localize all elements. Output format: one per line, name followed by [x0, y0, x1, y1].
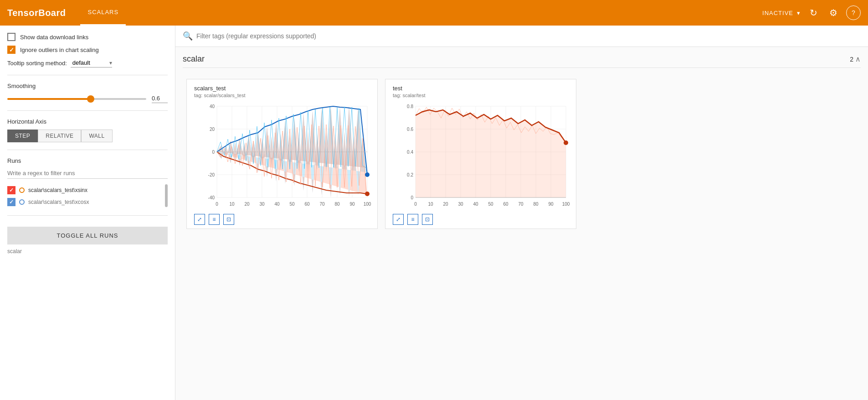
smoothing-label: Smoothing [7, 83, 168, 89]
svg-text:0: 0 [216, 202, 218, 207]
chart-scalars-test: scalars_test tag: scalar/scalars_test [186, 79, 378, 229]
svg-text:40: 40 [210, 104, 215, 109]
filter-bar: 🔍 [175, 26, 868, 47]
show-download-row[interactable]: Show data download links [7, 33, 168, 41]
runs-section: Runs ✓ scalar\scalars_test\xsinx ✓ scala… [7, 157, 168, 216]
refresh-icon[interactable]: ↻ [806, 5, 821, 20]
filter-tags-input[interactable] [196, 32, 861, 40]
chart-1-expand-icon[interactable]: ⤢ [194, 214, 205, 225]
chart-2-title: test [393, 85, 569, 92]
header: TensorBoard SCALARS INACTIVE ▾ ↻ ⚙ ? [0, 0, 868, 26]
scalar-section-title: scalar [183, 54, 205, 64]
toggle-all-runs-button[interactable]: TOGGLE ALL RUNS [7, 227, 168, 244]
run-check-icon-1: ✓ [9, 187, 14, 193]
smoothing-value: 0.6 [152, 95, 168, 103]
charts-grid: scalars_test tag: scalar/scalars_test [183, 68, 861, 240]
run-checkbox-1[interactable]: ✓ [7, 186, 15, 194]
svg-text:80: 80 [334, 202, 340, 207]
svg-text:20: 20 [443, 202, 448, 207]
svg-text:0: 0 [414, 202, 417, 207]
svg-text:0.8: 0.8 [407, 104, 413, 109]
slider-row: 0.6 [7, 95, 168, 103]
runs-filter-input[interactable] [7, 168, 168, 179]
svg-text:0.2: 0.2 [407, 172, 413, 177]
svg-text:90: 90 [548, 202, 554, 207]
chart-2-expand-icon[interactable]: ⤢ [393, 214, 404, 225]
svg-text:20: 20 [210, 127, 215, 132]
svg-text:-20: -20 [208, 172, 215, 177]
run-color-1 [19, 187, 25, 193]
run-checkbox-2[interactable]: ✓ [7, 198, 15, 206]
svg-text:0.4: 0.4 [407, 150, 413, 155]
svg-text:0.6: 0.6 [407, 127, 413, 132]
chart-test: test tag: scalar/test [385, 79, 576, 229]
chart-1-menu-icon[interactable]: ≡ [209, 214, 220, 225]
chart-1-svg: 40 20 0 -20 -40 0 10 20 30 40 50 60 70 [194, 102, 372, 211]
svg-point-70 [564, 140, 568, 145]
svg-text:10: 10 [428, 202, 433, 207]
svg-text:30: 30 [458, 202, 463, 207]
svg-text:0: 0 [411, 195, 413, 200]
svg-text:40: 40 [473, 202, 478, 207]
tooltip-select-wrapper: default ascending descending nearest ▾ [71, 58, 112, 68]
show-download-checkbox[interactable] [7, 33, 15, 41]
svg-text:30: 30 [259, 202, 265, 207]
show-download-label: Show data download links [20, 34, 88, 41]
ignore-outliers-label: Ignore outliers in chart scaling [20, 47, 99, 53]
chart-1-tag: tag: scalar/scalars_test [194, 93, 370, 98]
chart-1-fit-icon[interactable]: ⊡ [223, 214, 234, 225]
ignore-outliers-row[interactable]: ✓ Ignore outliers in chart scaling [7, 46, 168, 54]
svg-point-34 [365, 172, 370, 177]
chart-2-svg: 0.8 0.6 0.4 0.2 0 0 10 20 30 40 50 60 70 [393, 102, 570, 211]
svg-text:70: 70 [319, 202, 325, 207]
nav-scalars[interactable]: SCALARS [80, 0, 126, 26]
svg-text:50: 50 [488, 202, 493, 207]
tooltip-sort-label: Tooltip sorting method: [7, 60, 67, 67]
ignore-outliers-checkbox[interactable]: ✓ [7, 46, 15, 54]
sidebar-scalar-label: scalar [7, 244, 168, 258]
chart-2-toolbar: ⤢ ≡ ⊡ [393, 211, 569, 225]
chart-1-toolbar: ⤢ ≡ ⊡ [194, 211, 370, 225]
svg-text:80: 80 [533, 202, 539, 207]
scrollbar-indicator [165, 184, 168, 207]
settings-icon[interactable]: ⚙ [826, 5, 841, 20]
smoothing-section: Smoothing 0.6 [7, 83, 168, 111]
status-dropdown[interactable]: INACTIVE ▾ [762, 10, 801, 16]
chart-1-title: scalars_test [194, 85, 370, 92]
layout: Show data download links ✓ Ignore outlie… [0, 26, 868, 400]
svg-point-35 [365, 192, 370, 196]
axis-buttons: STEP RELATIVE WALL [7, 130, 168, 142]
smoothing-slider[interactable] [7, 98, 146, 100]
slider-thumb[interactable] [87, 95, 94, 103]
axis-step-button[interactable]: STEP [7, 130, 38, 142]
scalar-count: 2 ∧ [850, 55, 861, 63]
help-icon[interactable]: ? [846, 5, 861, 20]
scalar-count-number: 2 [850, 56, 853, 63]
run-check-icon-2: ✓ [9, 199, 14, 205]
run-name-1: scalar\scalars_test\xsinx [28, 187, 87, 193]
svg-text:100: 100 [364, 202, 371, 207]
check-icon: ✓ [9, 47, 14, 53]
run-item-2: ✓ scalar\scalars_test\xcosx [7, 196, 168, 208]
axis-relative-button[interactable]: RELATIVE [38, 130, 81, 142]
chart-2-fit-icon[interactable]: ⊡ [422, 214, 433, 225]
svg-text:0: 0 [212, 150, 215, 155]
header-nav: SCALARS [80, 0, 126, 26]
collapse-icon[interactable]: ∧ [855, 55, 861, 63]
svg-text:-40: -40 [208, 195, 215, 200]
options-section: Show data download links ✓ Ignore outlie… [7, 33, 168, 75]
dropdown-arrow-icon[interactable]: ▾ [797, 10, 801, 16]
svg-text:90: 90 [349, 202, 355, 207]
svg-text:50: 50 [289, 202, 295, 207]
sidebar: Show data download links ✓ Ignore outlie… [0, 26, 175, 400]
main-content: 🔍 scalar 2 ∧ scalars_test tag: scalar/sc… [175, 26, 868, 400]
header-left: TensorBoard SCALARS [7, 0, 126, 26]
horizontal-axis-section: Horizontal Axis STEP RELATIVE WALL [7, 118, 168, 150]
svg-text:60: 60 [503, 202, 508, 207]
chart-2-menu-icon[interactable]: ≡ [407, 214, 418, 225]
runs-label: Runs [7, 157, 168, 164]
tooltip-sort-select[interactable]: default ascending descending nearest [71, 58, 112, 68]
axis-wall-button[interactable]: WALL [81, 130, 112, 142]
run-color-2 [19, 199, 25, 205]
scalar-section: scalar 2 ∧ scalars_test tag: scalar/scal… [175, 47, 868, 244]
